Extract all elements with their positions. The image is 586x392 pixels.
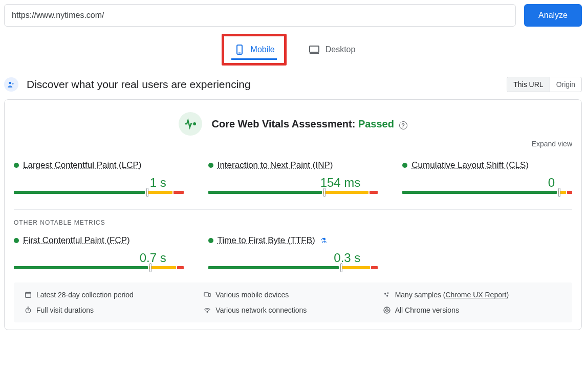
metric-ttfb-bar <box>208 266 378 269</box>
status-dot-icon <box>208 238 213 243</box>
network-icon <box>203 306 211 314</box>
metric-cls-bar <box>402 191 572 194</box>
other-metrics-header: OTHER NOTABLE METRICS <box>14 219 572 226</box>
metric-lcp-bar <box>14 191 184 194</box>
mobile-icon <box>233 43 246 56</box>
tab-desktop[interactable]: Desktop <box>299 34 365 66</box>
svg-line-24 <box>384 311 385 311</box>
metric-inp-bar <box>208 191 378 194</box>
footer-versions: All Chrome versions <box>395 306 459 314</box>
metric-ttfb: Time to First Byte (TTFB) ⚗ 0.3 s <box>208 235 378 269</box>
assessment-label: Core Web Vitals Assessment: <box>211 118 355 129</box>
metric-inp-value: 154 ms <box>208 176 378 190</box>
svg-point-5 <box>12 83 13 84</box>
scope-toggle: This URL Origin <box>507 77 582 92</box>
status-dot-icon <box>402 163 407 168</box>
expand-view-link[interactable]: Expand view <box>14 140 572 148</box>
metric-fcp-link[interactable]: First Contentful Paint (FCP) <box>23 235 130 246</box>
marker-icon <box>149 263 151 272</box>
scope-origin[interactable]: Origin <box>550 77 581 92</box>
marker-icon <box>323 188 325 197</box>
marker-icon <box>340 263 342 272</box>
metric-inp: Interaction to Next Paint (INP) 154 ms <box>208 160 378 194</box>
footer-durations: Full visit durations <box>36 306 94 314</box>
metric-lcp-value: 1 s <box>14 176 184 190</box>
footer-samples-prefix: Many samples ( <box>395 291 446 299</box>
svg-rect-12 <box>209 293 210 296</box>
stopwatch-icon <box>24 306 32 314</box>
svg-point-13 <box>384 293 386 294</box>
footer-samples-suffix: ) <box>507 291 509 299</box>
analyze-button[interactable]: Analyze <box>524 4 582 27</box>
metric-cls-link[interactable]: Cumulative Layout Shift (CLS) <box>411 160 529 170</box>
assessment-status: Passed <box>358 118 394 129</box>
status-dot-icon <box>208 163 213 168</box>
svg-rect-11 <box>204 293 208 296</box>
svg-point-14 <box>387 292 388 294</box>
calendar-icon <box>24 291 32 299</box>
experimental-icon: ⚗ <box>320 236 327 245</box>
metric-lcp: Largest Contentful Paint (LCP) 1 s <box>14 160 184 194</box>
svg-rect-2 <box>310 46 319 52</box>
tab-mobile-label: Mobile <box>251 45 275 54</box>
desktop-icon <box>308 43 320 56</box>
metric-fcp-bar <box>14 266 184 269</box>
svg-point-19 <box>207 311 208 312</box>
metric-cls-value: 0 <box>402 176 572 190</box>
metric-fcp-value: 0.7 s <box>14 251 184 265</box>
vitals-icon <box>179 112 202 136</box>
svg-point-4 <box>9 82 12 84</box>
scope-this-url[interactable]: This URL <box>507 77 549 92</box>
help-icon[interactable]: ? <box>399 121 407 129</box>
svg-point-15 <box>386 295 388 296</box>
users-icon <box>4 77 18 92</box>
metric-ttfb-link[interactable]: Time to First Byte (TTFB) <box>218 235 315 246</box>
assessment-panel: Core Web Vitals Assessment: Passed ? Exp… <box>4 99 582 330</box>
tab-desktop-label: Desktop <box>325 45 356 54</box>
svg-rect-7 <box>26 292 31 297</box>
chrome-ux-report-link[interactable]: Chrome UX Report <box>445 291 506 299</box>
metric-fcp: First Contentful Paint (FCP) 0.7 s <box>14 235 184 269</box>
metric-inp-link[interactable]: Interaction to Next Paint (INP) <box>218 160 333 170</box>
svg-point-21 <box>385 309 388 312</box>
collection-details: Latest 28-day collection period Various … <box>14 282 572 322</box>
footer-devices: Various mobile devices <box>215 291 289 299</box>
metric-ttfb-value: 0.3 s <box>208 251 378 265</box>
marker-icon <box>146 188 148 197</box>
status-dot-icon <box>14 238 19 243</box>
chrome-icon <box>383 306 391 314</box>
devices-icon <box>203 291 211 299</box>
metric-cls: Cumulative Layout Shift (CLS) 0 <box>402 160 572 194</box>
marker-icon <box>558 188 560 197</box>
tab-mobile[interactable]: Mobile <box>222 34 287 66</box>
metric-lcp-link[interactable]: Largest Contentful Paint (LCP) <box>23 160 142 170</box>
svg-line-23 <box>388 311 389 311</box>
svg-point-6 <box>194 123 196 125</box>
footer-period: Latest 28-day collection period <box>36 291 134 299</box>
url-input[interactable] <box>4 4 516 27</box>
real-users-title: Discover what your real users are experi… <box>27 78 251 91</box>
samples-icon <box>383 291 391 299</box>
footer-connections: Various network connections <box>215 306 307 314</box>
status-dot-icon <box>14 163 19 168</box>
